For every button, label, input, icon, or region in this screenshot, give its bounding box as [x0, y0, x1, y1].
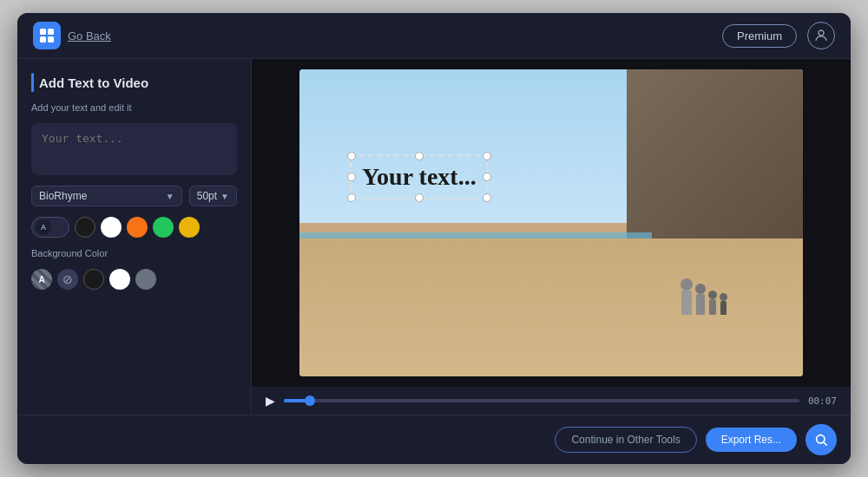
text-selection-box: Your text...	[350, 154, 489, 199]
bg-black-swatch[interactable]	[83, 269, 104, 290]
toggle-dot: A	[36, 219, 51, 235]
svg-rect-3	[48, 36, 54, 42]
logo-icon	[38, 27, 56, 44]
premium-button[interactable]: Premium	[722, 24, 797, 48]
people-silhouettes	[681, 278, 727, 315]
svg-line-6	[824, 442, 827, 446]
progress-thumb[interactable]	[305, 395, 315, 406]
handle-middle-right[interactable]	[483, 173, 491, 181]
video-controls: ▶ 00:07	[252, 387, 851, 415]
color-black-swatch[interactable]	[75, 217, 95, 238]
video-container: Your text...	[252, 59, 851, 387]
handle-top-left[interactable]	[347, 152, 356, 160]
handle-top-right[interactable]	[483, 152, 491, 160]
font-size: 50pt	[197, 190, 217, 202]
footer: Continue in Other Tools Export Res...	[17, 415, 851, 464]
export-button[interactable]: Export Res...	[706, 428, 797, 452]
color-yellow-swatch[interactable]	[179, 217, 200, 238]
color-orange-swatch[interactable]	[127, 217, 148, 238]
bg-slash-swatch[interactable]: ⊘	[57, 269, 78, 290]
bg-white-swatch[interactable]	[109, 269, 130, 290]
color-white-swatch[interactable]	[101, 217, 122, 238]
continue-other-tools-button[interactable]: Continue in Other Tools	[555, 427, 696, 453]
video-frame: Your text...	[299, 69, 803, 376]
handle-top-center[interactable]	[415, 152, 424, 160]
color-green-swatch[interactable]	[153, 217, 174, 238]
text-overlay[interactable]: Your text...	[350, 154, 489, 199]
bg-color-label: Background Color	[31, 248, 237, 258]
bg-gray-swatch[interactable]	[135, 269, 156, 290]
body: Add Text to Video Add your text and edit…	[17, 59, 851, 415]
play-button[interactable]: ▶	[266, 394, 275, 408]
sidebar-title-bar: Add Text to Video	[31, 73, 237, 92]
svg-rect-1	[48, 29, 54, 35]
svg-rect-0	[40, 29, 46, 35]
overlay-text: Your text...	[362, 163, 477, 190]
sidebar-title: Add Text to Video	[39, 75, 148, 90]
size-select[interactable]: 50pt ▼	[189, 186, 237, 206]
time-label: 00:07	[808, 395, 837, 407]
font-select[interactable]: BioRhyme ▼	[31, 186, 182, 206]
handle-middle-left[interactable]	[347, 173, 356, 181]
beach-sand	[299, 238, 803, 376]
font-controls: BioRhyme ▼ 50pt ▼	[31, 186, 237, 206]
size-chevron-icon: ▼	[220, 192, 229, 201]
bg-transparent-a-swatch[interactable]: A	[31, 269, 52, 290]
account-icon[interactable]	[807, 22, 835, 49]
header-right: Premium	[722, 22, 835, 49]
text-toggle-swatch[interactable]: A	[31, 217, 69, 238]
handle-bottom-center[interactable]	[415, 193, 424, 202]
handle-bottom-right[interactable]	[483, 193, 491, 202]
header: Go Back Premium	[17, 13, 851, 59]
bg-color-row: A ⊘	[31, 269, 237, 290]
header-left: Go Back	[33, 22, 111, 49]
main-area: Your text... ▶ 00:07	[252, 59, 851, 415]
handle-bottom-left[interactable]	[347, 193, 356, 202]
text-input[interactable]	[31, 123, 237, 175]
sidebar-subtitle: Add your text and edit it	[31, 102, 237, 113]
font-name: BioRhyme	[39, 190, 87, 202]
title-accent	[31, 73, 34, 92]
svg-point-5	[817, 435, 825, 443]
app-logo	[33, 22, 61, 49]
svg-rect-2	[40, 36, 46, 42]
search-icon	[814, 433, 828, 447]
progress-track[interactable]	[284, 399, 799, 402]
account-svg	[813, 28, 829, 43]
text-color-row: A	[31, 217, 237, 238]
svg-point-4	[819, 30, 824, 36]
sidebar: Add Text to Video Add your text and edit…	[17, 59, 252, 415]
go-back-link[interactable]: Go Back	[68, 29, 111, 42]
app-window: Go Back Premium Add Text to Video Add yo…	[17, 13, 851, 464]
beach-background	[299, 69, 803, 376]
font-chevron-icon: ▼	[166, 192, 174, 201]
search-fab-button[interactable]	[806, 424, 837, 455]
